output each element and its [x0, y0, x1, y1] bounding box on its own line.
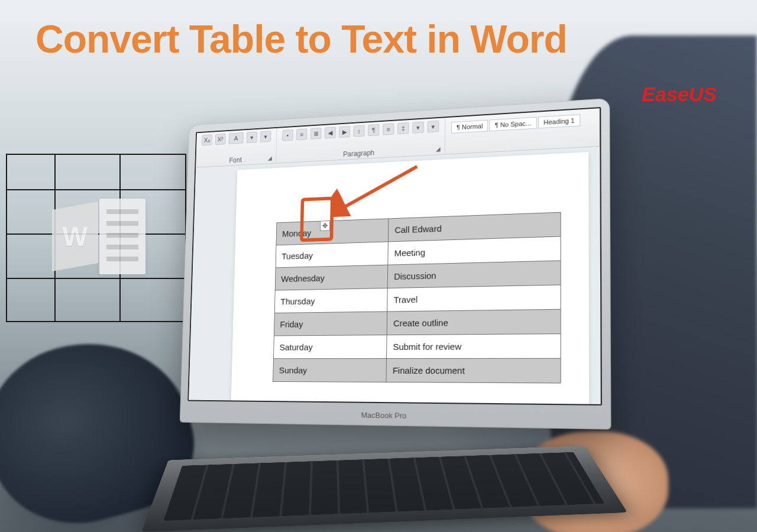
brand-logo-text: EaseUS	[642, 83, 717, 106]
table-row: FridayCreate outline	[274, 309, 561, 336]
table-row: SaturdaySubmit for review	[273, 334, 561, 359]
table-row: SundayFinalize document	[273, 358, 561, 383]
table-cell-day[interactable]: Saturday	[273, 335, 387, 359]
laptop: X₂ X² A ▾ ▾ Font ◢ • ≡ ≣ ◀ ▶ ↕ ¶ ≡ ‡ ▾ ▾	[180, 98, 612, 430]
text-effects-button[interactable]: A	[229, 132, 244, 144]
word-app-icon: W	[52, 195, 135, 278]
font-dialog-launcher-icon[interactable]: ◢	[268, 155, 274, 162]
table-cell-task[interactable]: Discussion	[388, 261, 561, 288]
document-page[interactable]: ✥ MondayCall Edward TuesdayMeeting Wedne…	[229, 152, 590, 404]
numbering-button[interactable]: ≡	[296, 128, 308, 140]
sort-button[interactable]: ↕	[353, 125, 364, 137]
table-cell-day[interactable]: Tuesday	[276, 242, 389, 268]
subscript-button[interactable]: X₂	[202, 134, 212, 145]
table-cell-task[interactable]: Meeting	[388, 236, 561, 265]
style-heading-1[interactable]: Heading 1	[538, 114, 580, 128]
table-cell-task[interactable]: Travel	[387, 285, 561, 312]
annotation-highlight-box	[300, 197, 334, 242]
table-cell-day[interactable]: Friday	[274, 312, 387, 336]
line-spacing-button[interactable]: ‡	[397, 122, 409, 134]
table-move-handle-icon[interactable]: ✥	[320, 220, 330, 231]
decrease-indent-button[interactable]: ◀	[325, 126, 336, 138]
annotation-arrow-icon	[331, 163, 423, 217]
table-cell-day[interactable]: Thursday	[274, 288, 387, 313]
table-cell-task[interactable]: Submit for review	[387, 334, 561, 359]
svg-line-0	[337, 167, 417, 212]
style-no-spacing[interactable]: ¶ No Spac...	[489, 117, 536, 132]
laptop-screen: X₂ X² A ▾ ▾ Font ◢ • ≡ ≣ ◀ ▶ ↕ ¶ ≡ ‡ ▾ ▾	[187, 107, 602, 406]
borders-button[interactable]: ▾	[428, 121, 439, 133]
highlight-color-button[interactable]: ▾	[247, 132, 257, 144]
style-normal[interactable]: ¶ Normal	[451, 120, 489, 134]
align-left-button[interactable]: ≡	[383, 123, 394, 135]
font-color-button[interactable]: ▾	[260, 131, 271, 142]
shading-button[interactable]: ▾	[412, 121, 424, 134]
table-cell-day[interactable]: Sunday	[273, 359, 387, 382]
paragraph-dialog-launcher-icon[interactable]: ◢	[436, 145, 443, 153]
document-canvas[interactable]: ✥ MondayCall Edward TuesdayMeeting Wedne…	[189, 147, 601, 404]
show-marks-button[interactable]: ¶	[368, 124, 379, 136]
table-cell-task[interactable]: Finalize document	[386, 358, 561, 383]
table-cell-task[interactable]: Create outline	[387, 309, 561, 335]
multilevel-list-button[interactable]: ≣	[310, 128, 322, 140]
increase-indent-button[interactable]: ▶	[339, 126, 350, 138]
table-row: ThursdayTravel	[274, 285, 561, 313]
ribbon-group-font: X₂ X² A ▾ ▾ Font ◢	[196, 128, 277, 167]
headline-text: Convert Table to Text in Word	[35, 17, 567, 61]
table-cell-day[interactable]: Wednesday	[275, 265, 388, 290]
bullets-button[interactable]: •	[282, 129, 293, 141]
superscript-button[interactable]: X²	[215, 134, 226, 145]
